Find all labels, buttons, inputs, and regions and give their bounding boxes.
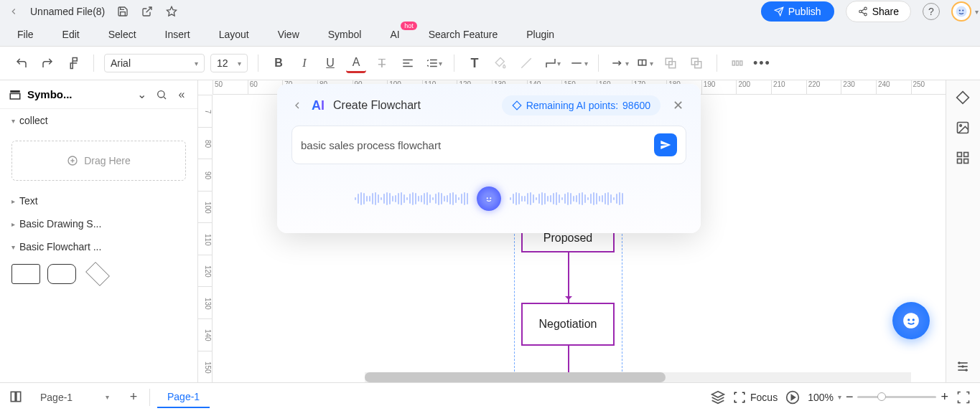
bold-icon[interactable]: B	[269, 53, 289, 73]
section-basic-drawing[interactable]: ▸Basic Drawing S...	[0, 212, 197, 235]
close-icon[interactable]: ✕	[669, 97, 686, 114]
svg-point-37	[487, 197, 488, 199]
ai-flowchart-panel: AI Create Flowchart Remaining AI points:…	[277, 84, 701, 233]
bring-front-icon[interactable]	[661, 53, 681, 73]
svg-point-38	[490, 197, 491, 199]
ai-prompt-input[interactable]	[301, 139, 647, 151]
arrow-style-icon[interactable]: ▾	[609, 53, 629, 73]
svg-point-50	[962, 366, 963, 367]
star-icon[interactable]	[165, 5, 178, 18]
ai-points-badge[interactable]: Remaining AI points: 98600	[502, 95, 661, 115]
shape-diamond[interactable]	[83, 264, 112, 284]
pages-icon[interactable]	[9, 389, 24, 405]
svg-point-54	[913, 318, 915, 321]
menu-ai[interactable]: AIhot	[390, 29, 399, 40]
section-collect[interactable]: ▾collect	[0, 109, 197, 132]
zoom-out-button[interactable]: −	[846, 389, 854, 405]
search-icon[interactable]	[154, 89, 169, 100]
ai-assistant-fab[interactable]	[892, 302, 930, 339]
send-back-icon[interactable]	[686, 53, 706, 73]
strikethrough-icon[interactable]: T̶	[372, 53, 392, 73]
add-page-button[interactable]: +	[125, 389, 142, 406]
library-icon	[9, 88, 22, 101]
open-external-icon[interactable]	[141, 5, 154, 18]
drag-here-zone[interactable]: Drag Here	[11, 141, 186, 181]
menu-insert[interactable]: Insert	[165, 29, 190, 40]
user-avatar[interactable]: ▾	[951, 1, 971, 22]
shape-rounded-rect[interactable]	[47, 264, 76, 284]
svg-marker-39	[956, 92, 969, 104]
menu-select[interactable]: Select	[108, 29, 136, 40]
svg-point-10	[959, 9, 961, 11]
svg-point-49	[958, 362, 960, 364]
help-icon[interactable]: ?	[923, 3, 940, 20]
menu-view[interactable]: View	[278, 29, 299, 40]
flowchart-node-negotiation[interactable]: Negotiation	[521, 303, 615, 346]
menu-search-feature[interactable]: Search Feature	[429, 29, 498, 40]
line-color-icon[interactable]	[516, 53, 536, 73]
svg-rect-43	[963, 153, 968, 157]
align-icon[interactable]	[398, 53, 418, 73]
chevron-down-icon[interactable]: ⌄	[134, 88, 149, 101]
grid-apps-icon[interactable]	[956, 151, 971, 166]
section-basic-flowchart[interactable]: ▾Basic Flowchart ...	[0, 235, 197, 258]
font-color-icon[interactable]: A	[346, 53, 366, 73]
format-painter-icon[interactable]	[63, 53, 83, 73]
focus-button[interactable]: Focus	[733, 391, 778, 404]
redo-icon[interactable]	[37, 53, 57, 73]
zoom-value[interactable]: 100%	[808, 392, 834, 403]
menu-symbol[interactable]: Symbol	[328, 29, 362, 40]
italic-icon[interactable]: I	[294, 53, 314, 73]
font-size-select[interactable]: 12▾	[210, 54, 248, 72]
collapse-panel-icon[interactable]: «	[174, 88, 189, 101]
shape-style-icon[interactable]: ▾	[635, 53, 655, 73]
line-spacing-icon[interactable]: ▾	[424, 53, 444, 73]
undo-icon[interactable]	[11, 53, 32, 73]
fullscreen-icon[interactable]	[956, 389, 971, 405]
distribute-icon[interactable]	[727, 53, 747, 73]
line-style-icon[interactable]: ▾	[568, 53, 588, 73]
send-icon[interactable]	[654, 133, 677, 156]
publish-button[interactable]: Publish	[761, 1, 834, 22]
insert-image-icon[interactable]	[956, 121, 971, 136]
font-select[interactable]: Arial▾	[104, 54, 205, 72]
page-tab[interactable]: Page-1	[157, 387, 210, 408]
connector-icon[interactable]: ▾	[542, 53, 562, 73]
ai-loading-wave	[291, 181, 686, 216]
ai-back-icon[interactable]	[291, 100, 303, 111]
svg-line-8	[862, 9, 864, 11]
shape-rectangle[interactable]	[11, 264, 40, 284]
layers-icon[interactable]	[710, 389, 726, 405]
zoom-slider[interactable]	[857, 396, 936, 398]
underline-icon[interactable]: U	[320, 53, 340, 73]
flowchart-connector[interactable]	[568, 252, 569, 303]
svg-point-4	[864, 7, 867, 9]
svg-marker-59	[791, 395, 795, 400]
panel-title: Symbo...	[27, 88, 129, 100]
menu-plugin[interactable]: Plugin	[526, 29, 554, 40]
svg-rect-28	[740, 61, 742, 65]
settings-list-icon[interactable]	[956, 359, 971, 375]
svg-point-31	[158, 90, 164, 97]
menu-layout[interactable]: Layout	[219, 29, 249, 40]
svg-rect-30	[10, 93, 20, 99]
fill-color-icon[interactable]	[490, 53, 510, 73]
back-icon[interactable]	[9, 6, 19, 16]
share-button[interactable]: Share	[846, 1, 911, 22]
menu-file[interactable]: File	[17, 29, 34, 40]
theme-icon[interactable]	[956, 90, 971, 106]
ai-logo: AI	[312, 98, 325, 113]
ruler-vertical: 78090100110120130140150	[198, 95, 213, 382]
svg-point-9	[956, 6, 967, 17]
presentation-icon[interactable]	[785, 389, 801, 405]
save-icon[interactable]	[116, 5, 129, 18]
file-name: Unnamed File(8)	[30, 6, 105, 17]
page-select[interactable]: Page-1▾	[32, 389, 118, 406]
zoom-in-button[interactable]: +	[941, 389, 948, 405]
horizontal-scrollbar[interactable]	[365, 372, 911, 382]
menu-edit[interactable]: Edit	[62, 29, 80, 40]
svg-rect-44	[957, 159, 961, 164]
text-tool-icon[interactable]: T	[465, 53, 485, 73]
section-text[interactable]: ▸Text	[0, 189, 197, 212]
more-icon[interactable]: •••	[753, 56, 771, 71]
